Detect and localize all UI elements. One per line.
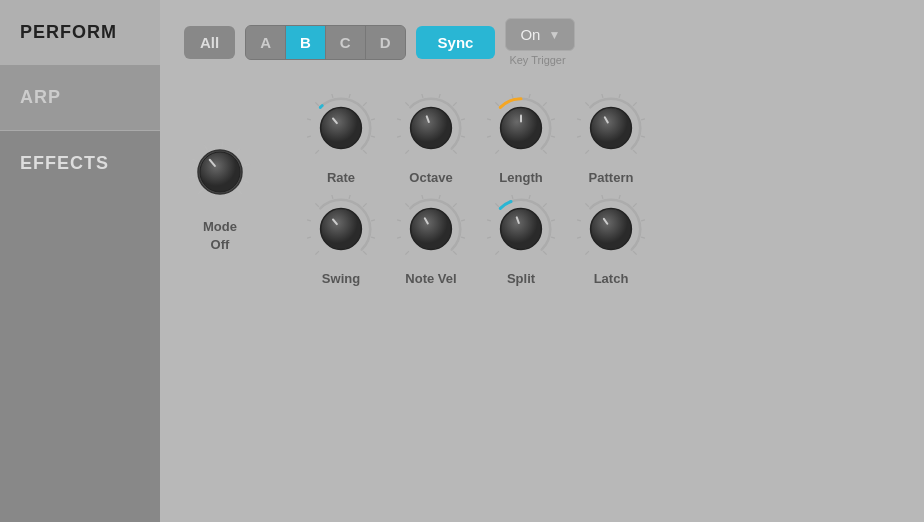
sidebar-item-effects[interactable]: EFFECTS [0,131,160,196]
svg-line-32 [461,136,465,137]
length-label: Length [499,170,542,185]
svg-line-16 [332,94,333,98]
sync-button[interactable]: Sync [416,26,496,59]
svg-line-80 [461,237,465,238]
svg-line-101 [619,195,620,199]
svg-line-18 [363,102,367,106]
svg-point-94 [501,209,542,250]
svg-line-69 [363,251,367,255]
svg-line-8 [236,188,242,194]
svg-line-103 [641,220,645,221]
svg-line-92 [551,237,555,238]
svg-line-53 [619,94,620,98]
svg-line-19 [371,119,375,120]
svg-line-96 [585,251,589,255]
svg-line-40 [512,94,513,98]
note-vel-label: Note Vel [405,271,456,286]
svg-line-62 [307,220,311,221]
length-cell: Length [476,94,566,185]
svg-point-46 [501,108,542,149]
svg-line-75 [405,203,409,207]
note-vel-knob[interactable] [397,195,465,263]
svg-line-42 [543,102,547,106]
svg-line-37 [487,136,491,137]
svg-line-89 [529,195,530,199]
knobs-area: Mode Off Rate Octave [184,94,900,286]
svg-line-104 [641,237,645,238]
sidebar-item-arp[interactable]: ARP [0,65,160,130]
svg-point-10 [200,152,240,192]
svg-point-106 [591,209,632,250]
svg-line-68 [371,237,375,238]
latch-knob[interactable] [577,195,645,263]
pattern-cell: Pattern [566,94,656,185]
svg-line-1 [189,176,195,177]
svg-line-3 [205,145,208,150]
svg-line-65 [349,195,350,199]
svg-line-43 [551,119,555,120]
svg-line-13 [307,136,311,137]
svg-line-78 [453,203,457,207]
group-button-d[interactable]: D [366,26,405,59]
svg-line-61 [307,237,311,238]
latch-cell: Latch [566,195,656,286]
svg-line-98 [577,220,581,221]
svg-line-97 [577,237,581,238]
split-label: Split [507,271,535,286]
svg-line-57 [633,150,637,154]
length-knob[interactable] [487,94,555,162]
sidebar: PERFORM ARP EFFECTS [0,0,160,522]
svg-line-91 [551,220,555,221]
svg-line-6 [244,164,250,166]
pattern-knob[interactable] [577,94,645,162]
toolbar: All A B C D Sync On ▼ Key Trigger [184,18,900,66]
svg-line-14 [307,119,311,120]
svg-line-63 [315,203,319,207]
rate-cell: Rate [296,94,386,185]
svg-line-5 [236,148,240,153]
svg-line-29 [439,94,440,98]
key-trigger-button[interactable]: On ▼ [505,18,575,51]
group-button-a[interactable]: A [246,26,286,59]
svg-line-26 [397,119,401,120]
svg-line-55 [641,119,645,120]
svg-line-20 [371,136,375,137]
mode-knob[interactable] [184,136,256,208]
svg-line-88 [512,195,513,199]
svg-line-48 [585,150,589,154]
svg-line-12 [315,150,319,154]
group-button-b[interactable]: B [286,26,326,59]
pattern-label: Pattern [589,170,634,185]
svg-line-41 [529,94,530,98]
svg-line-4 [222,141,223,147]
sidebar-item-perform[interactable]: PERFORM [0,0,160,65]
svg-line-44 [551,136,555,137]
octave-label: Octave [409,170,452,185]
rate-label: Rate [327,170,355,185]
svg-line-50 [577,119,581,120]
svg-line-7 [243,180,249,182]
all-button[interactable]: All [184,26,235,59]
svg-line-67 [371,220,375,221]
svg-line-93 [543,251,547,255]
swing-label: Swing [322,271,360,286]
svg-line-33 [453,150,457,154]
svg-line-64 [332,195,333,199]
octave-knob[interactable] [397,94,465,162]
svg-point-70 [321,209,362,250]
rate-knob[interactable] [307,94,375,162]
group-button-c[interactable]: C [326,26,366,59]
svg-line-73 [397,237,401,238]
svg-line-77 [439,195,440,199]
mode-knob-wrap: Mode Off [184,136,256,254]
swing-cell: Swing [296,195,386,286]
svg-line-99 [585,203,589,207]
svg-point-82 [411,209,452,250]
svg-line-30 [453,102,457,106]
mode-label: Mode Off [203,218,237,254]
svg-line-85 [487,237,491,238]
svg-line-105 [633,251,637,255]
svg-line-51 [585,102,589,106]
swing-knob[interactable] [307,195,375,263]
split-knob[interactable] [487,195,555,263]
